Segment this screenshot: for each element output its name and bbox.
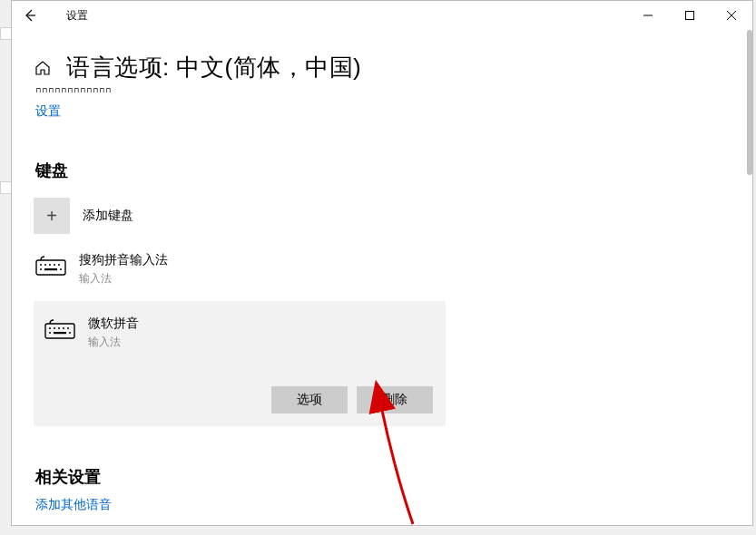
keyboard-icon [35,254,66,277]
svg-rect-13 [44,268,57,270]
svg-rect-5 [36,260,65,275]
svg-point-21 [69,332,71,334]
background-fragment [0,27,11,40]
minimize-button[interactable] [627,1,669,30]
svg-rect-14 [45,324,74,338]
svg-point-9 [54,264,55,266]
page-title: 语言选项: 中文(简体，中国) [66,52,361,83]
maximize-icon [685,11,694,20]
truncated-text: ▯▯▯▯▯▯▯▯▯▯▯▯ [35,85,731,92]
keyboard-item[interactable]: 搜狗拼音输入法 输入法 [34,243,731,296]
window-controls [627,1,752,30]
keyboard-text: 微软拼音 输入法 [88,316,139,350]
maximize-button[interactable] [669,1,711,30]
add-keyboard-row[interactable]: + 添加键盘 [34,198,731,234]
svg-rect-22 [54,332,66,334]
options-button[interactable]: 选项 [271,386,348,413]
keyboard-heading: 键盘 [35,160,731,181]
keyboard-subtitle: 输入法 [79,271,168,287]
svg-point-7 [44,264,46,266]
svg-point-17 [58,327,60,329]
background-fragment [0,181,11,194]
keyboard-subtitle: 输入法 [88,335,139,350]
svg-point-10 [58,264,60,266]
related-settings-heading: 相关设置 [35,466,731,488]
close-button[interactable] [711,1,752,30]
settings-link[interactable]: 设置 [35,103,61,120]
scrollbar-thumb[interactable] [747,30,752,175]
window-title: 设置 [66,8,88,24]
svg-point-19 [67,327,69,329]
svg-rect-2 [686,12,694,20]
add-keyboard-label: 添加键盘 [83,208,133,224]
svg-point-11 [40,268,42,270]
svg-point-15 [49,327,51,329]
svg-point-12 [60,268,62,270]
keyboard-text: 搜狗拼音输入法 输入法 [79,252,168,287]
keyboard-icon [44,317,75,341]
keyboard-item-selected[interactable]: 微软拼音 输入法 选项 删除 [34,301,446,426]
svg-point-6 [40,264,42,266]
page-header: 语言选项: 中文(简体，中国) [34,52,731,83]
keyboard-name: 搜狗拼音输入法 [79,252,168,268]
svg-point-8 [49,264,51,266]
keyboard-actions: 选项 删除 [271,386,442,413]
svg-point-16 [54,327,55,329]
settings-window: 设置 [11,0,753,526]
remove-button[interactable]: 删除 [357,386,433,413]
content-area: 语言选项: 中文(简体，中国) ▯▯▯▯▯▯▯▯▯▯▯▯ 设置 键盘 + 添加键… [12,30,752,525]
svg-point-20 [49,332,51,334]
home-button[interactable] [34,59,52,77]
arrow-left-icon [23,8,37,23]
minimize-icon [643,11,653,20]
svg-point-18 [63,327,64,329]
add-keyboard-button[interactable]: + [34,198,70,234]
plus-icon: + [46,206,57,227]
titlebar: 设置 [12,1,752,30]
close-icon [727,11,736,20]
home-icon [34,59,52,77]
add-other-voice-link[interactable]: 添加其他语音 [35,497,112,513]
keyboard-name: 微软拼音 [88,316,139,332]
back-button[interactable] [12,1,48,30]
